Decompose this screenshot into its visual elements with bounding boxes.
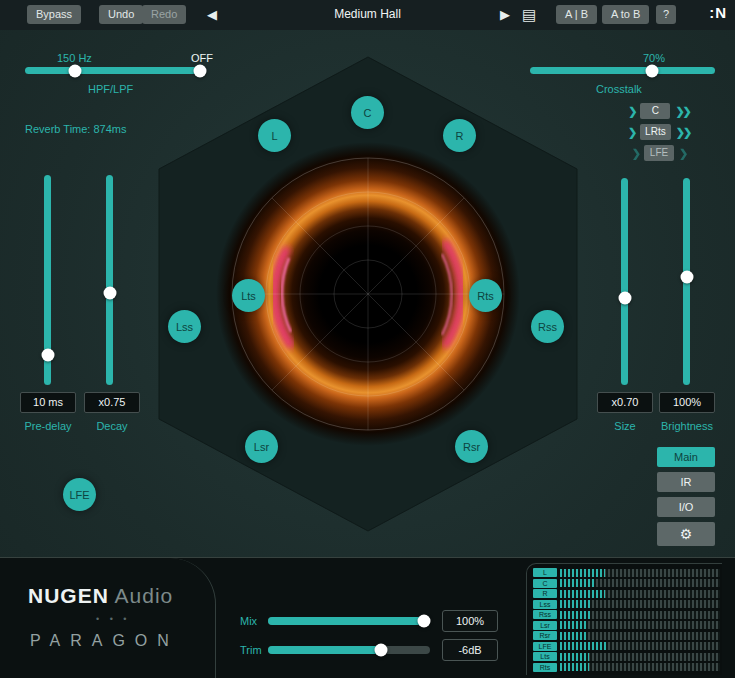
meter-channel-label: Rts [533, 663, 557, 672]
meter-bar [560, 590, 720, 598]
size-slider[interactable] [621, 178, 628, 385]
meter-row: L [533, 568, 720, 577]
trim-value[interactable]: -6dB [442, 639, 498, 661]
mix-label: Mix [240, 615, 257, 627]
pre-delay-slider[interactable] [44, 175, 51, 385]
meter-channel-label: Lts [533, 652, 557, 661]
meter-bar [560, 579, 720, 587]
brightness-slider[interactable] [683, 178, 690, 385]
channel-node-lsr[interactable]: Lsr [245, 430, 278, 463]
channel-node-c[interactable]: C [351, 96, 384, 129]
channel-node-lts[interactable]: Lts [232, 279, 265, 312]
meter-bar [560, 569, 720, 577]
channel-node-rts[interactable]: Rts [469, 279, 502, 312]
hpf-value: 150 Hz [57, 52, 92, 64]
meter-channel-label: L [533, 568, 557, 577]
route-out-arrow-icon[interactable]: ❯❯ [676, 124, 690, 140]
lpf-value: OFF [191, 52, 213, 64]
reverb-time-readout: Reverb Time: 874ms [25, 123, 126, 135]
crosstalk-slider[interactable] [530, 67, 715, 74]
route-in-arrow-icon[interactable]: ❯ [628, 124, 635, 140]
crosstalk-value: 70% [643, 52, 665, 64]
meter-bar [560, 663, 720, 671]
meter-row: LFE [533, 642, 720, 651]
channel-node-lfe[interactable]: LFE [63, 478, 96, 511]
brightness-handle[interactable] [680, 271, 693, 284]
mix-slider[interactable] [268, 617, 430, 625]
route-in-arrow-icon[interactable]: ❯ [632, 145, 639, 161]
route-in-arrow-icon[interactable]: ❯ [628, 103, 635, 119]
meter-row: Lts [533, 652, 720, 661]
brightness-value[interactable]: 100% [659, 392, 715, 413]
brand-paragon: PARAGON [30, 632, 179, 650]
channel-node-r[interactable]: R [443, 119, 476, 152]
hpf-handle[interactable] [69, 64, 82, 77]
meter-channel-label: Rsr [533, 631, 557, 640]
meter-row: R [533, 589, 720, 598]
meter-bar [560, 611, 720, 619]
routing-row-lfe: ❯ LFE ❯ [600, 144, 718, 161]
mix-handle[interactable] [418, 615, 431, 628]
decay-label: Decay [80, 420, 144, 432]
pre-delay-value[interactable]: 10 ms [20, 392, 76, 413]
routing-row-c: ❯ C ❯❯ [600, 102, 718, 119]
meter-channel-label: Lsr [533, 621, 557, 630]
pre-delay-label: Pre-delay [16, 420, 80, 432]
brand-audio: Audio [109, 584, 173, 607]
brightness-label: Brightness [655, 420, 719, 432]
meter-bar [560, 600, 720, 608]
crosstalk-handle[interactable] [646, 64, 659, 77]
routing-row-lrts: ❯ LRts ❯❯ [600, 123, 718, 140]
meter-bar [560, 632, 720, 640]
meter-channel-label: Rss [533, 610, 557, 619]
route-button-lfe[interactable]: LFE [644, 145, 674, 161]
mix-value[interactable]: 100% [442, 610, 498, 632]
meter-row: Rts [533, 663, 720, 672]
pre-delay-handle[interactable] [41, 349, 54, 362]
route-out-arrow-icon[interactable]: ❯❯ [675, 103, 689, 119]
tab-io[interactable]: I/O [657, 497, 715, 517]
channel-node-lss[interactable]: Lss [168, 310, 201, 343]
brand-nugen: NUGEN [28, 584, 109, 607]
tab-ir[interactable]: IR [657, 472, 715, 492]
settings-gear-icon[interactable]: ⚙ [657, 522, 715, 546]
trim-slider[interactable] [268, 646, 430, 654]
channel-node-rss[interactable]: Rss [531, 310, 564, 343]
meter-bar [560, 642, 720, 650]
channel-node-l[interactable]: L [258, 119, 291, 152]
channel-node-rsr[interactable]: Rsr [455, 430, 488, 463]
meter-channel-label: R [533, 589, 557, 598]
decay-slider[interactable] [106, 175, 113, 385]
meter-bar [560, 653, 720, 661]
trim-handle[interactable] [375, 644, 388, 657]
size-value[interactable]: x0.70 [597, 392, 653, 413]
hpf-lpf-slider[interactable] [25, 67, 205, 74]
meter-bar [560, 621, 720, 629]
meter-row: C [533, 579, 720, 588]
size-handle[interactable] [618, 292, 631, 305]
trim-label: Trim [240, 644, 262, 656]
lpf-handle[interactable] [193, 64, 206, 77]
hpf-lpf-label: HPF/LPF [88, 83, 133, 95]
paragon-plugin-window: Bypass Undo Redo ◀ Medium Hall ▶ ▤ A | B… [0, 0, 735, 678]
decay-handle[interactable] [103, 287, 116, 300]
meter-channel-label: Lss [533, 600, 557, 609]
brand-wordmark: NUGEN Audio [28, 584, 173, 608]
footer-bar: NUGEN Audio • • • PARAGON Mix 100% Trim … [0, 557, 735, 678]
route-button-lrts[interactable]: LRts [640, 124, 671, 140]
route-out-arrow-icon[interactable]: ❯ [679, 145, 686, 161]
meter-channel-label: C [533, 579, 557, 588]
meter-row: Rsr [533, 631, 720, 640]
tab-main[interactable]: Main [657, 447, 715, 467]
route-button-c[interactable]: C [640, 103, 670, 119]
meter-row: Rss [533, 610, 720, 619]
output-meters: LCRLssRssLsrRsrLFELtsRts [526, 563, 722, 675]
brand-dots: • • • [96, 614, 130, 624]
meter-channel-label: LFE [533, 642, 557, 651]
crosstalk-label: Crosstalk [596, 83, 642, 95]
meter-row: Lsr [533, 621, 720, 630]
decay-value[interactable]: x0.75 [84, 392, 140, 413]
meter-row: Lss [533, 600, 720, 609]
size-label: Size [593, 420, 657, 432]
